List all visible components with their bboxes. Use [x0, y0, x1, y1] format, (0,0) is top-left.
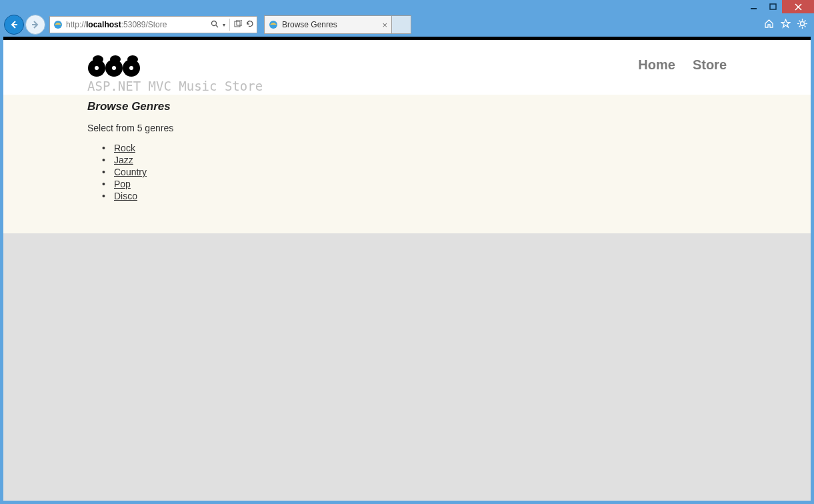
- svg-line-20: [799, 26, 801, 27]
- site-nav: Home Store: [638, 57, 727, 73]
- tools-icon[interactable]: [797, 19, 807, 31]
- minimize-button[interactable]: [743, 0, 763, 13]
- svg-point-29: [127, 55, 138, 63]
- svg-line-8: [216, 25, 218, 27]
- site-header: ASP.NET MVC Music Store Home Store: [3, 40, 811, 95]
- svg-point-28: [110, 55, 121, 63]
- titlebar: [0, 0, 814, 15]
- nav-store[interactable]: Store: [693, 57, 727, 73]
- browser-window: http://localhost:53089/Store ▾ Brow: [0, 0, 814, 504]
- list-item: Country: [114, 167, 811, 177]
- site-logo: [87, 55, 142, 75]
- home-icon[interactable]: [764, 19, 774, 31]
- search-icon[interactable]: [211, 20, 219, 29]
- svg-line-19: [805, 21, 806, 22]
- list-item: Disco: [114, 191, 811, 201]
- viewport: ASP.NET MVC Music Store Home Store Brows…: [3, 37, 811, 501]
- svg-point-25: [112, 66, 116, 70]
- genre-list: Rock Jazz Country Pop Disco: [87, 143, 811, 201]
- address-text: http://localhost:53089/Store: [66, 20, 211, 29]
- page-subtext: Select from 5 genres: [87, 123, 811, 133]
- browser-toolbar: http://localhost:53089/Store ▾ Brow: [4, 15, 810, 35]
- favorites-icon[interactable]: [781, 19, 791, 31]
- back-button[interactable]: [4, 15, 24, 35]
- page-body: Browse Genres Select from 5 genres Rock …: [3, 95, 811, 233]
- svg-rect-0: [751, 8, 757, 9]
- chrome-right-icons: [764, 19, 810, 31]
- tab-title: Browse Genres: [282, 20, 378, 29]
- dropdown-icon[interactable]: ▾: [223, 22, 225, 28]
- nav-home[interactable]: Home: [638, 57, 675, 73]
- arrow-right-icon: [30, 19, 41, 30]
- list-item: Pop: [114, 179, 811, 189]
- svg-line-18: [805, 26, 806, 27]
- genre-link[interactable]: Rock: [114, 143, 135, 153]
- browser-tab[interactable]: Browse Genres ×: [264, 15, 392, 34]
- address-actions: ▾: [211, 19, 257, 31]
- genre-link[interactable]: Jazz: [114, 155, 133, 165]
- refresh-icon[interactable]: [246, 20, 254, 29]
- genre-link[interactable]: Pop: [114, 179, 131, 189]
- svg-point-12: [801, 22, 805, 26]
- ie-icon: [53, 19, 63, 30]
- forward-button[interactable]: [25, 15, 45, 35]
- svg-line-17: [799, 21, 801, 22]
- svg-point-27: [93, 55, 103, 63]
- arrow-left-icon: [9, 19, 19, 30]
- compat-icon[interactable]: [234, 20, 242, 29]
- maximize-button[interactable]: [763, 0, 782, 13]
- genre-link[interactable]: Disco: [114, 191, 137, 201]
- svg-point-7: [212, 21, 217, 26]
- page-heading: Browse Genres: [87, 100, 811, 113]
- svg-rect-1: [770, 4, 776, 9]
- genre-link[interactable]: Country: [114, 167, 147, 177]
- close-button[interactable]: [782, 0, 814, 13]
- site-tagline: ASP.NET MVC Music Store: [87, 79, 263, 93]
- new-tab-button[interactable]: [392, 15, 411, 34]
- tab-close-icon[interactable]: ×: [382, 20, 387, 30]
- address-bar[interactable]: http://localhost:53089/Store ▾: [49, 16, 257, 33]
- list-item: Jazz: [114, 155, 811, 165]
- list-item: Rock: [114, 143, 811, 153]
- svg-point-24: [95, 66, 99, 70]
- svg-rect-9: [235, 21, 240, 27]
- ie-icon: [268, 19, 279, 30]
- svg-rect-10: [237, 20, 242, 25]
- svg-point-26: [129, 66, 133, 70]
